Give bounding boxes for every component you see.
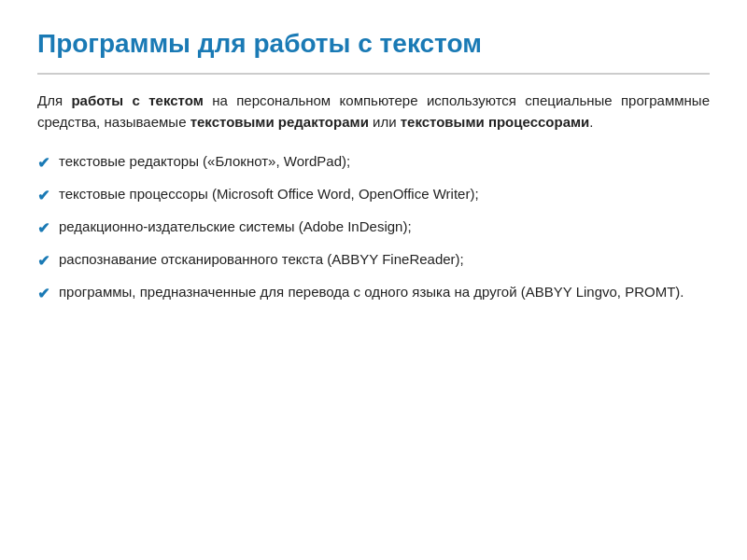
checkmark-icon: ✔ — [37, 283, 49, 305]
list-item: ✔редакционно-издательские системы (Adobe… — [37, 217, 710, 240]
list-item: ✔текстовые редакторы («Блокнот», WordPad… — [37, 151, 710, 175]
intro-bold-1: работы с текстом — [71, 92, 203, 108]
intro-text-end: . — [589, 114, 593, 130]
intro-text-middle: или — [369, 114, 401, 130]
intro-text-before-bold: Для — [37, 92, 71, 108]
intro-bold-2: текстовыми редакторами — [190, 114, 369, 130]
list-item: ✔программы, предназначенные для перевода… — [37, 282, 710, 305]
checkmark-icon: ✔ — [37, 217, 49, 240]
list-item: ✔текстовые процессоры (Microsoft Office … — [37, 184, 710, 207]
bullet-list: ✔текстовые редакторы («Блокнот», WordPad… — [37, 151, 710, 305]
checkmark-icon: ✔ — [37, 152, 49, 175]
checkmark-icon: ✔ — [37, 250, 49, 273]
page: Программы для работы с текстом Для работ… — [0, 0, 747, 560]
bullet-text: распознавание отсканированного текста (A… — [59, 249, 710, 271]
bullet-text: редакционно-издательские системы (Adobe … — [59, 217, 710, 238]
bullet-text: текстовые процессоры (Microsoft Office W… — [59, 184, 710, 205]
intro-bold-3: текстовыми процессорами — [401, 114, 590, 130]
intro-paragraph: Для работы с текстом на персональном ком… — [37, 90, 710, 133]
checkmark-icon: ✔ — [37, 185, 49, 207]
page-title: Программы для работы с текстом — [37, 28, 710, 60]
title-divider — [37, 73, 710, 75]
bullet-text: текстовые редакторы («Блокнот», WordPad)… — [59, 151, 710, 173]
bullet-text: программы, предназначенные для перевода … — [59, 282, 710, 303]
list-item: ✔распознавание отсканированного текста (… — [37, 249, 710, 273]
